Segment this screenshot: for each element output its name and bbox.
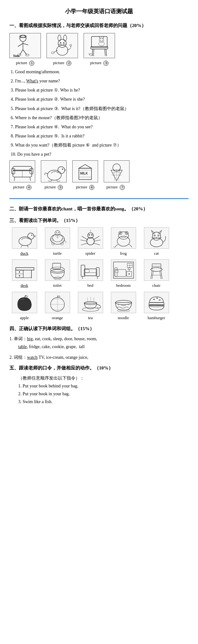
section5-commands: 1. Put your book behind your bag. 2. Put… xyxy=(18,382,189,406)
q2: 2. I'm..., What's your name? xyxy=(11,77,189,85)
word-toilet: toilet xyxy=(42,259,72,289)
svg-point-102 xyxy=(126,232,127,234)
svg-point-88 xyxy=(89,234,90,236)
toilet-label: toilet xyxy=(53,282,62,289)
svg-rect-133 xyxy=(85,269,89,273)
svg-rect-132 xyxy=(84,269,97,276)
section2-title: 二、朗诵一首你最喜欢的chant，唱一首你最喜欢的song。（20%） xyxy=(9,205,189,213)
svg-point-37 xyxy=(99,42,104,46)
word-desk: desk xyxy=(9,259,39,289)
q9: 9. What do you want?（教师指着 picture ⑥ and … xyxy=(11,141,189,149)
svg-marker-108 xyxy=(151,230,155,234)
word-orange: orange xyxy=(42,292,72,321)
svg-marker-114 xyxy=(156,237,157,238)
milk-svg: MILK xyxy=(73,161,97,181)
pictures-bottom-row: picture ④ xyxy=(9,160,189,191)
svg-point-35 xyxy=(100,40,101,41)
noodle-label: noodle xyxy=(118,314,129,321)
q10: 10. Do you have a pet? xyxy=(11,150,189,158)
word-cat: cat xyxy=(141,227,171,257)
word-apple: apple xyxy=(9,292,39,321)
turtle-label: turtle xyxy=(53,250,62,257)
q5: 5. Please look at picture ③. What is it?… xyxy=(11,105,189,113)
apple-image xyxy=(12,292,37,313)
section4-sub1: 1. 单词：big, eat, cook, sleep, door, house… xyxy=(9,335,189,351)
section4-sub1-label: 1. 单词：big, eat, cook, sleep, door, house… xyxy=(9,336,97,341)
svg-line-156 xyxy=(160,271,161,279)
svg-rect-140 xyxy=(115,268,117,276)
svg-point-15 xyxy=(60,42,61,43)
svg-rect-138 xyxy=(115,269,126,276)
desk-image xyxy=(12,259,37,281)
word-chair: chair xyxy=(141,259,171,289)
svg-line-31 xyxy=(105,49,105,56)
svg-point-51 xyxy=(62,169,63,170)
svg-line-78 xyxy=(58,236,60,238)
svg-line-30 xyxy=(93,49,94,56)
bed-image xyxy=(78,259,103,281)
svg-point-168 xyxy=(159,299,161,300)
word-bed: bed xyxy=(75,259,105,289)
word-hamburger: hamburger xyxy=(141,292,171,321)
svg-point-16 xyxy=(63,42,64,43)
svg-line-29 xyxy=(106,49,107,56)
svg-point-38 xyxy=(89,54,92,56)
picture-6-frame: MILK xyxy=(72,160,98,182)
words-row-3: apple orange xyxy=(9,292,189,321)
orange-label: orange xyxy=(52,314,63,321)
svg-line-153 xyxy=(151,271,152,279)
svg-point-81 xyxy=(58,232,59,233)
sofa-svg xyxy=(10,161,34,181)
picture-5-frame xyxy=(41,160,67,182)
picture-6: MILK picture ⑥ xyxy=(72,160,98,191)
section5-title: 五、跟读老师的口令，并做相应的动作。（10%） xyxy=(9,364,189,372)
svg-point-69 xyxy=(28,233,34,239)
word-tea: tea xyxy=(75,292,105,321)
picture-5-label: picture ⑤ xyxy=(45,183,63,191)
q8: 8. Please look at picture ⑤. Is it a rab… xyxy=(11,132,189,140)
tom-svg: Tom xyxy=(11,34,39,57)
svg-point-113 xyxy=(158,235,159,236)
svg-line-46 xyxy=(30,177,30,181)
rabbit-svg xyxy=(48,34,76,57)
svg-line-115 xyxy=(151,237,155,238)
svg-line-155 xyxy=(152,271,153,279)
section-divider xyxy=(9,198,189,199)
icecream-svg xyxy=(105,161,129,181)
section4-sub2: 2. 词组：watch TV, ice-cream, orange juice, xyxy=(9,353,189,361)
svg-rect-126 xyxy=(52,263,61,269)
svg-point-36 xyxy=(102,40,103,41)
picture-2: picture ② xyxy=(47,33,78,66)
picture-2-label: picture ② xyxy=(53,59,72,66)
word-duck: duck xyxy=(9,227,39,257)
q7: 7. Please look at picture ④. What do you… xyxy=(11,123,189,131)
svg-point-0 xyxy=(20,35,26,42)
picture-1: Tom picture ① xyxy=(9,33,41,66)
q3: 3. Please look at picture ①. Who is he? xyxy=(11,86,189,94)
svg-point-162 xyxy=(82,308,99,311)
svg-point-79 xyxy=(55,230,60,236)
svg-point-71 xyxy=(31,235,32,236)
svg-point-9 xyxy=(25,54,29,56)
svg-line-5 xyxy=(23,43,28,45)
svg-line-55 xyxy=(58,181,60,181)
svg-point-106 xyxy=(150,238,163,247)
words-row-1: duck turtl xyxy=(9,227,189,257)
picture-4: picture ④ xyxy=(9,160,35,191)
tea-label: tea xyxy=(88,314,93,321)
svg-line-6 xyxy=(20,50,23,55)
svg-point-12 xyxy=(58,39,66,47)
turtle-image xyxy=(45,227,70,249)
words-row-2: desk toilet xyxy=(9,259,189,289)
pictures-top-row: Tom picture ① xyxy=(9,33,189,66)
picture-1-label: picture ① xyxy=(16,59,35,66)
cmd1: 1. Put your book behind your bag. xyxy=(18,382,189,390)
svg-point-167 xyxy=(156,297,158,298)
word-frog: frog xyxy=(108,227,138,257)
svg-line-90 xyxy=(82,236,88,240)
svg-line-7 xyxy=(23,50,27,55)
spider-label: spider xyxy=(85,250,96,257)
svg-line-76 xyxy=(55,236,58,238)
svg-line-91 xyxy=(80,240,87,241)
tea-image xyxy=(78,292,103,313)
